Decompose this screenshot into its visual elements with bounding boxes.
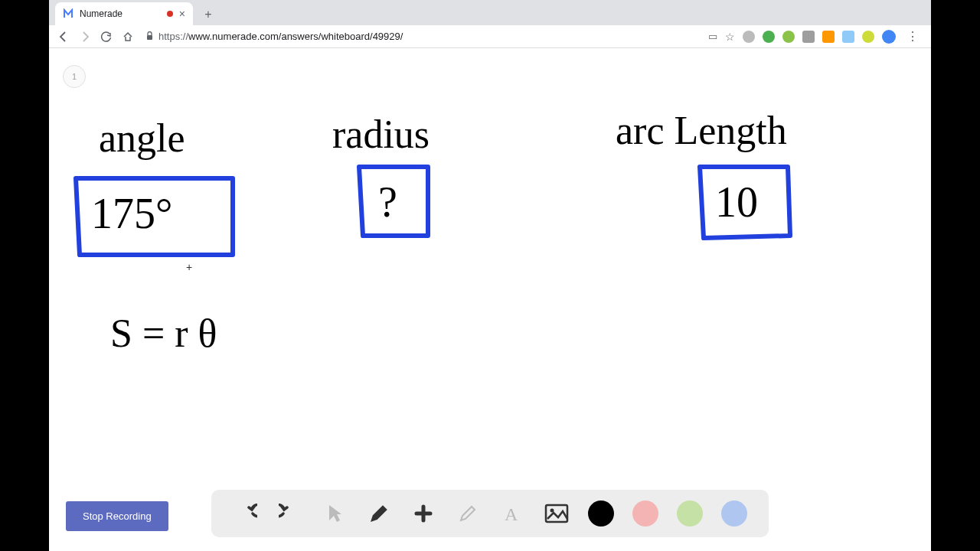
forward-button[interactable] [77,28,93,45]
numerade-favicon [63,8,74,19]
undo-button[interactable] [233,500,259,527]
ext-icon-3[interactable] [782,31,795,43]
back-button[interactable] [55,28,72,45]
eraser-tool[interactable] [455,500,481,527]
color-green[interactable] [677,500,703,527]
cursor-crosshair-icon: + [186,261,192,273]
tool-tray: A [211,490,769,537]
color-red[interactable] [632,500,658,527]
extension-icons: ▭ ☆ ⋮ [708,29,925,44]
menu-button[interactable]: ⋮ [903,29,922,44]
stop-recording-button[interactable]: Stop Recording [66,501,168,531]
color-black[interactable] [588,500,614,527]
tab-close-button[interactable]: × [179,8,185,20]
ext-icon-4[interactable] [802,31,815,43]
star-icon[interactable]: ☆ [725,31,735,43]
handwriting-arc-value: 10 [715,178,758,226]
handwriting-angle-label: angle [99,116,185,160]
browser-window: Numerade × + https://www.numerade.com/an… [49,0,931,551]
whiteboard-canvas[interactable]: angle radius arc Length 175° ? 10 S = r … [49,48,931,507]
tab-bar: Numerade × + [49,0,931,25]
select-tool[interactable] [322,500,348,527]
new-tab-button[interactable]: + [198,4,219,25]
ext-icon-7[interactable] [862,31,874,43]
pencil-tool[interactable] [366,500,392,527]
tab-title: Numerade [80,8,161,19]
profile-avatar[interactable] [882,30,896,44]
browser-toolbar: https://www.numerade.com/answers/whitebo… [49,25,931,48]
ext-icon-6[interactable] [842,31,854,43]
image-tool[interactable] [544,500,570,527]
reload-button[interactable] [98,28,115,45]
page-content: 1 angle radius arc Length 175° ? 10 S = … [49,48,931,551]
svg-text:A: A [505,504,518,523]
add-tool[interactable] [410,500,436,527]
tab-numerade[interactable]: Numerade × [55,2,193,25]
text-tool[interactable]: A [499,500,525,527]
svg-rect-0 [147,35,152,40]
handwriting-formula: S = r θ [110,311,217,355]
handwriting-angle-value: 175° [91,190,172,237]
handwriting-radius-label: radius [332,112,430,156]
ext-icon-2[interactable] [763,31,775,43]
address-bar[interactable]: https://www.numerade.com/answers/whitebo… [141,28,704,46]
handwriting-radius-value: ? [378,178,397,226]
redo-button[interactable] [277,500,303,527]
recording-indicator-icon [167,11,173,17]
ext-icon-1[interactable] [743,31,755,43]
ext-icon-5[interactable] [822,31,835,43]
home-button[interactable] [119,28,136,45]
color-blue[interactable] [721,500,747,527]
url-text: https://www.numerade.com/answers/whitebo… [158,31,699,42]
lock-icon [145,31,154,42]
handwriting-arc-label: arc Length [616,109,787,152]
cast-icon[interactable]: ▭ [708,31,717,42]
